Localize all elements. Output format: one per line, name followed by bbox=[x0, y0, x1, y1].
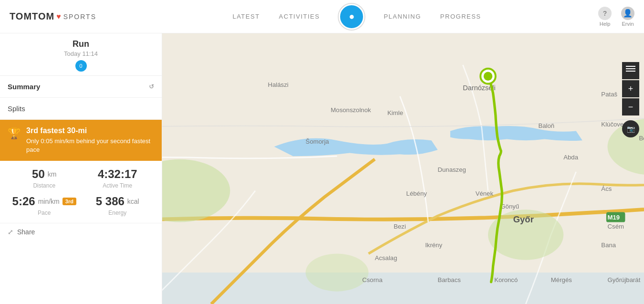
logo: TOMTOM ♥ SPORTS bbox=[10, 11, 96, 22]
help-label: Help bbox=[600, 21, 611, 27]
map-background: Győr Darnózseli Kimle Baloň Dunaszeg Léb… bbox=[162, 33, 644, 304]
nav-progress[interactable]: PROGRESS bbox=[440, 13, 481, 20]
svg-text:Gönyű: Gönyű bbox=[500, 203, 519, 210]
sidebar-item-summary[interactable]: Summary ↺ bbox=[0, 76, 162, 98]
time-value: 4:32:17 bbox=[81, 168, 155, 181]
sidebar-item-splits[interactable]: Splits bbox=[0, 98, 162, 120]
svg-text:Ács: Ács bbox=[601, 185, 612, 192]
time-label: Active Time bbox=[81, 182, 155, 189]
map-zoom-in-button[interactable]: + bbox=[622, 80, 639, 97]
svg-text:Dunaszeg: Dunaszeg bbox=[438, 166, 466, 173]
svg-point-5 bbox=[306, 254, 369, 292]
svg-text:Bezi: Bezi bbox=[394, 223, 406, 230]
achievement-desc: Only 0:05 min/km behind your second fast… bbox=[26, 137, 154, 154]
left-sidebar: Run Today 11:14 0 Summary ↺ Splits 🏆 3rd… bbox=[0, 33, 162, 304]
svg-text:Csém: Csém bbox=[608, 223, 624, 230]
summary-label: Summary bbox=[8, 83, 40, 91]
svg-text:Barbacs: Barbacs bbox=[438, 276, 461, 283]
svg-text:Mosonszolnok: Mosonszolnok bbox=[331, 106, 371, 114]
achievement-banner: 🏆 3rd fastest 30-mi Only 0:05 min/km beh… bbox=[0, 120, 162, 161]
svg-text:Abda: Abda bbox=[563, 154, 578, 161]
svg-text:Halászi: Halászi bbox=[268, 81, 289, 88]
pace-value: 5:26 min/km 3rd bbox=[8, 195, 81, 208]
stat-energy: 5 386 kcal Energy bbox=[81, 195, 155, 216]
nav-center-button[interactable]: ● bbox=[339, 4, 364, 30]
map-controls: + − 📷 bbox=[622, 62, 639, 137]
pace-rank-badge: 3rd bbox=[62, 198, 76, 205]
distance-label: Distance bbox=[8, 182, 81, 189]
activity-badge: 0 bbox=[75, 60, 87, 72]
hamburger-line-3 bbox=[626, 71, 635, 72]
nav-links: LATEST ACTIVITIES ● PLANNING PROGRESS bbox=[115, 4, 598, 30]
hamburger-line-1 bbox=[626, 66, 635, 67]
svg-text:M19: M19 bbox=[608, 214, 620, 221]
logo-heart-icon: ♥ bbox=[56, 12, 62, 21]
svg-text:Lébény: Lébény bbox=[406, 190, 427, 197]
sidebar-nav: Summary ↺ Splits bbox=[0, 76, 162, 120]
nav-right: ? Help 👤 Ervin bbox=[598, 7, 634, 27]
svg-text:Ikrény: Ikrény bbox=[425, 241, 442, 249]
distance-value: 50 km bbox=[8, 168, 81, 181]
help-icon: ? bbox=[598, 7, 612, 20]
map-screenshot-button[interactable]: 📷 bbox=[622, 120, 639, 137]
stat-time: 4:32:17 Active Time bbox=[81, 168, 155, 189]
activity-stats: 50 km Distance 4:32:17 Active Time 5:26 … bbox=[0, 161, 162, 223]
main-area: Run Today 11:14 0 Summary ↺ Splits 🏆 3rd… bbox=[0, 33, 644, 304]
summary-nav-icon: ↺ bbox=[149, 83, 154, 90]
user-avatar-icon: 👤 bbox=[621, 7, 634, 20]
logo-sports-text: SPORTS bbox=[63, 13, 96, 21]
svg-text:Baloň: Baloň bbox=[539, 122, 555, 129]
svg-text:Kimle: Kimle bbox=[387, 109, 403, 116]
logo-tomtom-text: TOMTOM bbox=[10, 11, 54, 22]
svg-text:Pataš: Pataš bbox=[601, 91, 617, 98]
svg-text:Csorna: Csorna bbox=[362, 276, 383, 283]
svg-text:Koroncó: Koroncó bbox=[494, 276, 518, 283]
stat-pace: 5:26 min/km 3rd Pace bbox=[8, 195, 81, 216]
svg-text:Vének: Vének bbox=[476, 190, 494, 197]
svg-rect-0 bbox=[162, 33, 644, 304]
hamburger-line-2 bbox=[626, 68, 635, 69]
activity-subtitle: Today 11:14 bbox=[0, 50, 162, 57]
svg-text:Šomorja: Šomorja bbox=[306, 138, 330, 145]
trophy-icon: 🏆 bbox=[8, 127, 21, 140]
activity-title: Run bbox=[0, 39, 162, 49]
achievement-title: 3rd fastest 30-mi bbox=[26, 126, 154, 135]
svg-text:Bana: Bana bbox=[601, 241, 616, 249]
nav-activities[interactable]: ACTIVITIES bbox=[279, 13, 320, 20]
nav-latest[interactable]: LATEST bbox=[232, 13, 260, 20]
svg-text:Győrújbarát: Győrújbarát bbox=[608, 276, 641, 283]
pace-label: Pace bbox=[8, 210, 81, 216]
svg-text:Győr: Győr bbox=[513, 214, 534, 224]
energy-label: Energy bbox=[81, 210, 155, 216]
nav-planning[interactable]: PLANNING bbox=[384, 13, 421, 20]
achievement-content: 3rd fastest 30-mi Only 0:05 min/km behin… bbox=[26, 126, 154, 154]
share-icon: ⤢ bbox=[8, 228, 13, 236]
svg-text:Acsalag: Acsalag bbox=[375, 254, 397, 262]
splits-label: Splits bbox=[8, 105, 25, 113]
svg-text:Mérgés: Mérgés bbox=[551, 276, 572, 283]
top-navigation: TOMTOM ♥ SPORTS LATEST ACTIVITIES ● PLAN… bbox=[0, 0, 644, 33]
help-button[interactable]: ? Help bbox=[598, 7, 612, 27]
user-menu[interactable]: 👤 Ervin bbox=[621, 7, 634, 27]
map-area: Győr Darnózseli Kimle Baloň Dunaszeg Léb… bbox=[162, 33, 644, 304]
share-button[interactable]: ⤢ Share bbox=[0, 223, 162, 241]
map-menu-button[interactable] bbox=[622, 62, 639, 79]
user-name: Ervin bbox=[622, 21, 634, 27]
sidebar-header: Run Today 11:14 0 bbox=[0, 33, 162, 76]
svg-point-44 bbox=[484, 72, 492, 80]
energy-value: 5 386 kcal bbox=[81, 195, 155, 208]
svg-text:Bodza: Bodza bbox=[639, 135, 644, 142]
stat-distance: 50 km Distance bbox=[8, 168, 81, 189]
map-zoom-out-button[interactable]: − bbox=[622, 98, 639, 115]
share-label: Share bbox=[17, 228, 35, 236]
